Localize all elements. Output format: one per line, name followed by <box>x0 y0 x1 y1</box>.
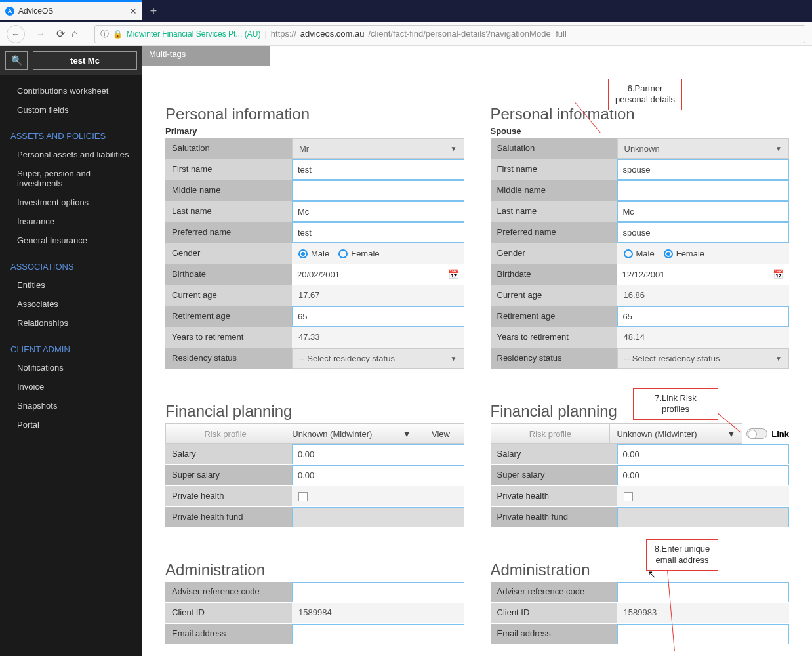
back-button[interactable]: ← <box>7 25 25 43</box>
field-row: Salary <box>165 444 464 465</box>
years-to-retirement-value: 48.14 <box>617 327 790 348</box>
calendar-icon[interactable]: 📅 <box>448 269 459 279</box>
adviser-ref-input[interactable] <box>292 582 464 602</box>
field-row: Residency status-- Select residency stat… <box>491 348 790 369</box>
salutation-select[interactable]: Mr▼ <box>292 138 464 159</box>
middle-name-input[interactable] <box>292 180 464 201</box>
field-row: Private health <box>165 486 464 507</box>
field-row: Email address <box>491 624 790 645</box>
last-name-input[interactable] <box>292 201 464 222</box>
column-subhead: Spouse <box>491 126 790 136</box>
gender-male-radio[interactable]: Male <box>624 249 655 258</box>
risk-profile-button[interactable]: Risk profile <box>491 423 611 444</box>
sidebar-item[interactable]: Personal assets and liabilities <box>0 145 142 164</box>
retirement-age-input[interactable] <box>292 306 464 327</box>
email-input[interactable] <box>617 624 790 644</box>
risk-profile-button[interactable]: Risk profile <box>165 423 285 444</box>
search-button[interactable]: 🔍 <box>5 51 28 70</box>
sidebar-item[interactable]: Portal <box>0 415 142 434</box>
field-row: Last name <box>165 201 464 222</box>
first-name-input[interactable] <box>292 159 464 180</box>
home-button[interactable]: ⌂ <box>71 28 78 40</box>
url-bar[interactable]: ⓘ 🔒 Midwinter Financial Services Pt... (… <box>94 25 805 43</box>
field-label: First name <box>491 159 617 180</box>
url-path: /client/fact-find/personal-details?navig… <box>368 29 566 39</box>
url-scheme: https:// <box>271 29 296 39</box>
field-value <box>617 444 790 464</box>
birthdate-field[interactable]: 📅 <box>617 264 790 285</box>
sidebar-item[interactable]: General Insurance <box>0 231 142 250</box>
private-health-checkbox[interactable] <box>624 492 633 501</box>
risk-profile-select[interactable]: Unknown (Midwinter)▼ <box>285 423 418 444</box>
private-health-fund-input[interactable] <box>617 507 790 527</box>
calendar-icon[interactable]: 📅 <box>773 269 784 279</box>
close-tab-icon[interactable]: ✕ <box>129 6 137 16</box>
sidebar-item[interactable]: Investment options <box>0 193 142 212</box>
first-name-input[interactable] <box>617 159 790 180</box>
sidebar-item[interactable]: Invoice <box>0 377 142 396</box>
view-button[interactable]: View <box>418 423 464 444</box>
risk-profile-select[interactable]: Unknown (Midwinter)▼ <box>610 423 742 444</box>
sidebar-item[interactable]: Relationships <box>0 314 142 333</box>
middle-name-input[interactable] <box>617 180 790 201</box>
salary-input[interactable] <box>617 444 790 464</box>
birthdate-field[interactable]: 📅 <box>292 264 464 285</box>
info-icon: ⓘ <box>100 28 109 40</box>
preferred-name-input[interactable] <box>292 222 464 243</box>
callout-8: 8.Enter unique email address <box>646 539 718 571</box>
private-health-fund-field <box>292 507 464 527</box>
field-label: Client ID <box>491 603 617 623</box>
client-id-value: 1589983 <box>617 603 790 623</box>
field-label: Private health <box>491 486 617 506</box>
sidebar-item[interactable]: Custom fields <box>0 100 142 119</box>
private-health-fund-input[interactable] <box>292 507 464 527</box>
user-chip[interactable]: test Mc <box>33 51 137 70</box>
retirement-age-input[interactable] <box>617 306 790 327</box>
multi-tags-header[interactable]: Multi-tags <box>142 46 270 66</box>
birthdate-input[interactable] <box>292 264 464 285</box>
super-salary-input[interactable] <box>617 465 790 485</box>
super-salary-input[interactable] <box>292 465 464 485</box>
section-title: Administration <box>165 561 464 579</box>
field-label: Salutation <box>165 138 292 159</box>
field-value <box>617 582 790 602</box>
sidebar-item[interactable]: Entities <box>0 276 142 295</box>
browser-tabbar: A AdviceOS ✕ + <box>0 0 812 22</box>
salary-input[interactable] <box>292 444 464 464</box>
field-row: Retirement age <box>165 306 464 327</box>
private-health-checkbox[interactable] <box>298 492 308 501</box>
field-row: Salary <box>491 444 790 465</box>
residency-select[interactable]: -- Select residency status▼ <box>617 348 790 369</box>
field-label: Birthdate <box>165 264 292 285</box>
field-value <box>292 624 464 644</box>
sidebar-item[interactable]: Snapshots <box>0 396 142 415</box>
salutation-select[interactable]: Unknown▼ <box>617 138 790 159</box>
reload-button[interactable]: ⟳ <box>56 28 65 40</box>
field-row: Super salary <box>491 465 790 486</box>
last-name-input[interactable] <box>617 201 790 222</box>
forward-button[interactable]: → <box>31 25 50 43</box>
sidebar-item[interactable]: Insurance <box>0 212 142 231</box>
gender-female-radio[interactable]: Female <box>664 249 704 258</box>
birthdate-input[interactable] <box>617 264 790 285</box>
adviser-ref-input[interactable] <box>617 582 790 602</box>
sidebar-item[interactable]: Associates <box>0 295 142 314</box>
email-input[interactable] <box>292 624 464 644</box>
field-label: Client ID <box>165 603 292 623</box>
field-label: Preferred name <box>165 222 292 243</box>
sidebar-item[interactable]: Notifications <box>0 358 142 377</box>
field-row: SalutationUnknown▼ <box>491 138 790 159</box>
link-toggle[interactable] <box>746 428 767 439</box>
gender-male-radio[interactable]: Male <box>298 249 329 258</box>
cert-label: Midwinter Financial Services Pt... (AU) <box>127 30 261 39</box>
gender-female-radio[interactable]: Female <box>338 249 379 258</box>
new-tab-button[interactable]: + <box>142 0 165 22</box>
browser-tab[interactable]: A AdviceOS ✕ <box>0 0 142 20</box>
residency-select[interactable]: -- Select residency status▼ <box>292 348 464 369</box>
sidebar-item[interactable]: Contributions worksheet <box>0 81 142 100</box>
preferred-name-input[interactable] <box>617 222 790 243</box>
field-value <box>617 201 790 222</box>
sidebar-item[interactable]: Super, pension and investments <box>0 164 142 193</box>
field-value <box>617 624 790 644</box>
field-row: Gender Male Female <box>165 243 464 264</box>
